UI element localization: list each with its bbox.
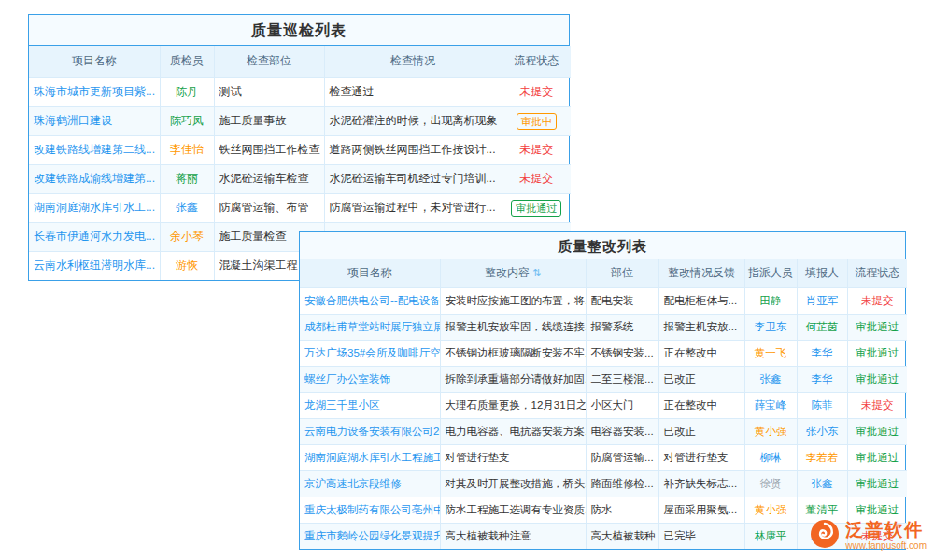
column-header[interactable]: 整改情况反馈: [658, 259, 744, 287]
assignee-cell[interactable]: 田静: [744, 287, 797, 314]
assignee-cell[interactable]: 徐贤: [744, 470, 797, 497]
column-header[interactable]: 检查情况: [324, 46, 502, 77]
project-name-cell[interactable]: 长春市伊通河水力发电...: [29, 222, 160, 251]
inspector-cell[interactable]: 蒋丽: [160, 164, 214, 193]
project-name-cell[interactable]: 珠海鹤洲口建设: [29, 106, 160, 135]
column-header-label: 部位: [611, 266, 633, 279]
project-name-cell[interactable]: 万达广场35#会所及咖啡厅空...: [300, 340, 440, 366]
status-cell: 审批通过: [847, 340, 907, 366]
project-name-cell[interactable]: 京沪高速北京段维修: [300, 470, 440, 497]
project-name-cell[interactable]: 改建铁路成渝线增建第...: [29, 164, 160, 193]
table-row: 成都杜甫草堂站时展厅独立展...报警主机安放牢固，线缆连接...报警系统报警主机…: [300, 314, 907, 340]
project-name-cell[interactable]: 云南水利枢纽潜明水库...: [29, 251, 160, 280]
feedback-cell: 屋面采用聚氨...: [658, 497, 744, 523]
part-cell: 电容器安装...: [586, 418, 658, 444]
project-name-cell[interactable]: 成都杜甫草堂站时展厅独立展...: [300, 314, 440, 340]
project-name-cell[interactable]: 安徽合肥供电公司--配电设备...: [300, 287, 440, 314]
project-name-cell[interactable]: 改建铁路线增建第二线...: [29, 135, 160, 164]
assignee-cell[interactable]: 黄小强: [744, 497, 797, 523]
project-name-cell[interactable]: 湖南洞庭湖水库引水工...: [29, 193, 160, 222]
project-name-cell[interactable]: 螺丝厂办公室装饰: [300, 366, 440, 392]
column-header[interactable]: 部位: [586, 259, 658, 287]
part-cell: 小区大门: [586, 392, 658, 418]
check-situation-cell: 防腐管运输过程中，未对管进行...: [324, 193, 502, 222]
reporter-cell[interactable]: 肖亚军: [797, 287, 847, 314]
feedback-cell: 正在整改中: [658, 392, 744, 418]
project-name-cell[interactable]: 珠海市城市更新项目紫...: [29, 77, 160, 106]
inspector-cell[interactable]: 张鑫: [160, 193, 214, 222]
rectify-content-cell: 高大植被栽种注意: [440, 523, 586, 549]
check-part-cell: 施工质量事故: [214, 106, 324, 135]
assignee-cell[interactable]: 薛宝峰: [744, 392, 797, 418]
reporter-cell[interactable]: 张鑫: [797, 470, 847, 497]
column-header[interactable]: 整改内容⇅: [440, 259, 586, 287]
status-cell: 未提交: [847, 287, 907, 314]
feedback-cell: 补齐缺失标志...: [658, 470, 744, 497]
project-name-cell[interactable]: 重庆太极制药有限公司亳州中...: [300, 497, 440, 523]
table-row: 珠海市城市更新项目紫...陈丹测试检查通过未提交: [29, 77, 571, 106]
fanpu-logo: 泛普软件 www.fanpusoft.com: [810, 519, 927, 553]
column-header[interactable]: 流程状态: [502, 46, 571, 77]
inspector-cell[interactable]: 陈巧凤: [160, 106, 214, 135]
column-header[interactable]: 项目名称: [29, 46, 160, 77]
reporter-cell[interactable]: 李华: [797, 340, 847, 366]
rectification-table-title: 质量整改列表: [300, 232, 905, 259]
check-part-cell: 铁丝网围挡工作检查: [214, 135, 324, 164]
table-row: 安徽合肥供电公司--配电设备...安装时应按施工图的布置，将...配电安装配电柜…: [300, 287, 907, 314]
inspection-table-header: 项目名称质检员检查部位检查情况流程状态: [29, 46, 571, 77]
column-header[interactable]: 质检员: [160, 46, 214, 77]
table-row: 云南电力设备安装有限公司20...电力电容器、电抗器安装方案...电容器安装..…: [300, 418, 907, 444]
part-cell: 路面维修检...: [586, 470, 658, 497]
column-header[interactable]: 项目名称: [300, 259, 440, 287]
inspector-cell[interactable]: 陈丹: [160, 77, 214, 106]
reporter-cell[interactable]: 张小东: [797, 418, 847, 444]
status-cell: 审批通过: [847, 470, 907, 497]
status-cell: 未提交: [847, 392, 907, 418]
inspector-cell[interactable]: 李佳怡: [160, 135, 214, 164]
assignee-cell[interactable]: 柳琳: [744, 444, 797, 470]
reporter-cell[interactable]: 陈菲: [797, 392, 847, 418]
column-header[interactable]: 填报人: [797, 259, 847, 287]
inspector-cell[interactable]: 游恢: [160, 251, 214, 280]
project-name-cell[interactable]: 湖南洞庭湖水库引水工程施工...: [300, 444, 440, 470]
rectification-table-header: 项目名称整改内容⇅部位整改情况反馈指派人员填报人流程状态: [300, 259, 907, 287]
assignee-cell[interactable]: 黄一飞: [744, 340, 797, 366]
sort-icon[interactable]: ⇅: [532, 267, 541, 278]
quality-rectification-panel: 质量整改列表 项目名称整改内容⇅部位整改情况反馈指派人员填报人流程状态 安徽合肥…: [299, 231, 906, 550]
assignee-cell[interactable]: 张鑫: [744, 366, 797, 392]
table-row: 改建铁路线增建第二线...李佳怡铁丝网围挡工作检查道路两侧铁丝网围挡工作按设计.…: [29, 135, 571, 164]
status-cell: 未提交: [502, 77, 571, 106]
assignee-cell[interactable]: 李卫东: [744, 314, 797, 340]
part-cell: 配电安装: [586, 287, 658, 314]
reporter-cell[interactable]: 何芷茵: [797, 314, 847, 340]
project-name-cell[interactable]: 龙湖三千里小区: [300, 392, 440, 418]
table-row: 万达广场35#会所及咖啡厅空...不锈钢边框玻璃隔断安装不牢...不锈钢安装..…: [300, 340, 907, 366]
reporter-cell[interactable]: 李若若: [797, 444, 847, 470]
status-cell: 审批通过: [847, 444, 907, 470]
assignee-cell[interactable]: 林康平: [744, 523, 797, 549]
status-cell: 未提交: [502, 164, 571, 193]
rectify-content-cell: 拆除到承重墙部分请做好加固...: [440, 366, 586, 392]
inspector-cell[interactable]: 余小琴: [160, 222, 214, 251]
assignee-cell[interactable]: 黄小强: [744, 418, 797, 444]
column-header-label: 填报人: [805, 266, 839, 279]
status-cell: 审批通过: [847, 314, 907, 340]
check-part-cell: 测试: [214, 77, 324, 106]
feedback-cell: 正在整改中: [658, 340, 744, 366]
fanpu-logo-icon: [810, 519, 840, 553]
column-header[interactable]: 检查部位: [214, 46, 324, 77]
table-row: 湖南洞庭湖水库引水工...张鑫防腐管运输、布管防腐管运输过程中，未对管进行...…: [29, 193, 571, 222]
column-header-label: 流程状态: [514, 54, 559, 67]
rectify-content-cell: 不锈钢边框玻璃隔断安装不牢...: [440, 340, 586, 366]
check-part-cell: 水泥砼运输车检查: [214, 164, 324, 193]
status-cell: 审批通过: [847, 366, 907, 392]
column-header[interactable]: 指派人员: [744, 259, 797, 287]
project-name-cell[interactable]: 重庆市鹅岭公园绿化景观提升...: [300, 523, 440, 549]
feedback-cell: 报警主机安放...: [658, 314, 744, 340]
column-header[interactable]: 流程状态: [847, 259, 907, 287]
column-header-label: 整改内容: [485, 266, 530, 279]
reporter-cell[interactable]: 李华: [797, 366, 847, 392]
column-header-label: 检查部位: [247, 54, 291, 67]
project-name-cell[interactable]: 云南电力设备安装有限公司20...: [300, 418, 440, 444]
check-situation-cell: 水泥砼灌注的时候，出现离析现象: [324, 106, 502, 135]
